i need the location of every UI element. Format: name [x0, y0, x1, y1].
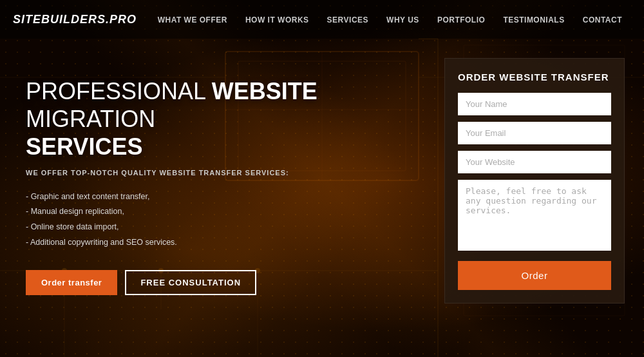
free-consultation-button[interactable]: FREE CONSULTATION: [125, 270, 256, 295]
main-content: PROFESSIONAL WEBSITE MIGRATION SERVICES …: [0, 39, 644, 357]
nav-how-it-works[interactable]: HOW IT WORKS: [236, 15, 318, 24]
hero-subtitle: WE OFFER TOP-NOTCH QUALITY WEBSITE TRANS…: [26, 169, 431, 177]
submit-button[interactable]: Order: [458, 261, 611, 290]
order-transfer-button[interactable]: Order transfer: [26, 270, 117, 295]
nav-contact[interactable]: CONTACT: [574, 15, 631, 24]
logo: SITEBUILDERS.PRO: [13, 13, 137, 26]
nav-portfolio[interactable]: PORTFOLIO: [428, 15, 495, 24]
list-item: - Graphic and text content transfer,: [26, 189, 431, 205]
hero-buttons: Order transfer FREE CONSULTATION: [26, 270, 431, 295]
website-input[interactable]: [458, 151, 611, 173]
nav-what-we-offer[interactable]: WHAT WE OFFER: [149, 15, 236, 24]
order-form-panel: ORDER WEBSITE TRANSFER Order: [444, 58, 625, 304]
nav-services[interactable]: SERVICES: [318, 15, 377, 24]
hero-title: PROFESSIONAL WEBSITE MIGRATION SERVICES: [26, 77, 431, 161]
name-input[interactable]: [458, 93, 611, 115]
list-item: - Additional copywriting and SEO service…: [26, 235, 431, 251]
hero-title-line2: SERVICES: [26, 133, 142, 160]
form-title: ORDER WEBSITE TRANSFER: [458, 72, 611, 82]
hero-list: - Graphic and text content transfer, - M…: [26, 189, 431, 251]
list-item: - Manual design replication,: [26, 204, 431, 220]
list-item: - Online store data import,: [26, 220, 431, 235]
nav-why-us[interactable]: WHY US: [377, 15, 428, 24]
message-textarea[interactable]: [458, 180, 611, 251]
hero-title-part2: MIGRATION: [26, 106, 155, 132]
hero-title-bold: WEBSITE: [212, 78, 317, 104]
email-input[interactable]: [458, 122, 611, 144]
nav-links: WHAT WE OFFER HOW IT WORKS SERVICES WHY …: [149, 14, 631, 25]
navbar: SITEBUILDERS.PRO WHAT WE OFFER HOW IT WO…: [0, 0, 644, 39]
nav-testimonials[interactable]: TESTIMONIALS: [494, 15, 573, 24]
hero-title-part1: PROFESSIONAL: [26, 78, 212, 104]
hero-section: PROFESSIONAL WEBSITE MIGRATION SERVICES …: [26, 64, 431, 295]
